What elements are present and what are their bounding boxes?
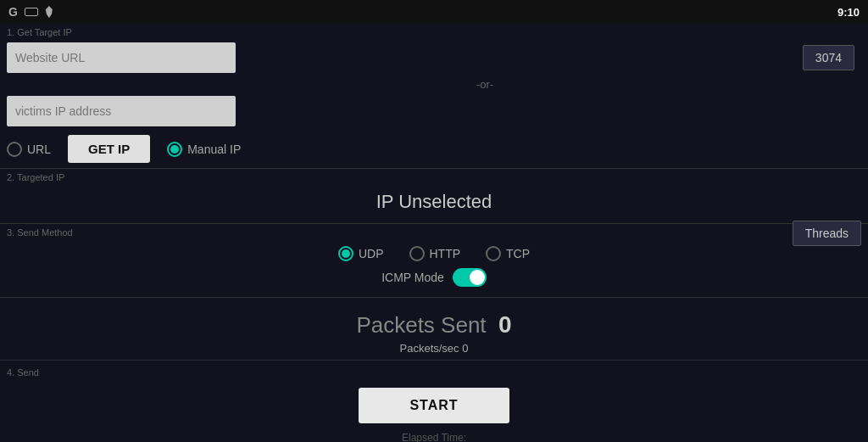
- or-divider: -or-: [102, 76, 868, 92]
- ip-status: IP Unselected: [0, 184, 868, 218]
- keyboard-icon: [25, 8, 38, 16]
- g-icon: G: [8, 5, 18, 19]
- elapsed-time-label: Elapsed Time:: [0, 432, 868, 442]
- packets-per-sec-display: Packets/sec 0: [0, 342, 868, 355]
- location-icon: [45, 6, 53, 18]
- website-url-input[interactable]: [7, 42, 236, 73]
- threads-button[interactable]: 3074: [803, 45, 854, 70]
- section1-label: 1. Get Target IP: [0, 24, 868, 39]
- send-method-row: UDP HTTP TCP: [0, 239, 868, 265]
- section4-label: 4. Send: [0, 364, 868, 379]
- controls-row: URL GET IP Manual IP: [0, 130, 868, 169]
- http-radio-option[interactable]: HTTP: [409, 246, 461, 261]
- packets-sent-count: 0: [498, 311, 512, 338]
- packets-sent-label: Packets Sent: [356, 312, 486, 338]
- http-radio-circle[interactable]: [409, 246, 425, 261]
- packets-sent-display: Packets Sent 0: [0, 311, 868, 338]
- udp-radio-circle[interactable]: [338, 246, 353, 261]
- udp-radio-option[interactable]: UDP: [338, 246, 384, 261]
- tcp-label: TCP: [506, 247, 530, 260]
- icmp-label: ICMP Mode: [381, 271, 444, 284]
- packets-per-sec-label: Packets/sec: [400, 342, 459, 355]
- section1-ip-row: Threads: [0, 92, 868, 130]
- section3: 3. Send Method UDP HTTP TCP ICMP Mode: [0, 224, 868, 298]
- url-radio-label: URL: [27, 143, 51, 156]
- section3-label: 3. Send Method: [0, 224, 868, 239]
- status-bar: G 9:10: [0, 0, 868, 24]
- http-label: HTTP: [430, 247, 461, 260]
- status-bar-left: G: [8, 5, 53, 19]
- url-radio-option[interactable]: URL: [7, 142, 51, 157]
- icmp-row: ICMP Mode: [0, 265, 868, 290]
- manual-ip-radio-circle[interactable]: [167, 142, 182, 157]
- manual-ip-radio-label: Manual IP: [187, 143, 241, 156]
- section2-label: 2. Targeted IP: [0, 169, 868, 184]
- tcp-radio-option[interactable]: TCP: [486, 246, 530, 261]
- section4: 4. Send START Elapsed Time:: [0, 361, 868, 442]
- threads-label-button[interactable]: Threads: [793, 221, 861, 246]
- section2: 2. Targeted IP IP Unselected: [0, 169, 868, 224]
- start-button[interactable]: START: [359, 388, 509, 423]
- main-content: 1. Get Target IP 3074 -or- Threads URL G…: [0, 24, 868, 442]
- url-radio-circle[interactable]: [7, 142, 22, 157]
- icmp-toggle[interactable]: [453, 268, 487, 287]
- stats-area: Packets Sent 0 Packets/sec 0: [0, 298, 868, 361]
- get-ip-button[interactable]: GET IP: [68, 135, 150, 163]
- clock: 9:10: [837, 6, 860, 19]
- manual-ip-radio-option[interactable]: Manual IP: [167, 142, 241, 157]
- packets-per-sec-value: 0: [462, 342, 468, 355]
- victim-ip-input[interactable]: [7, 96, 236, 126]
- section1-url-row: 3074: [0, 39, 868, 76]
- udp-label: UDP: [359, 247, 384, 260]
- tcp-radio-circle[interactable]: [486, 246, 501, 261]
